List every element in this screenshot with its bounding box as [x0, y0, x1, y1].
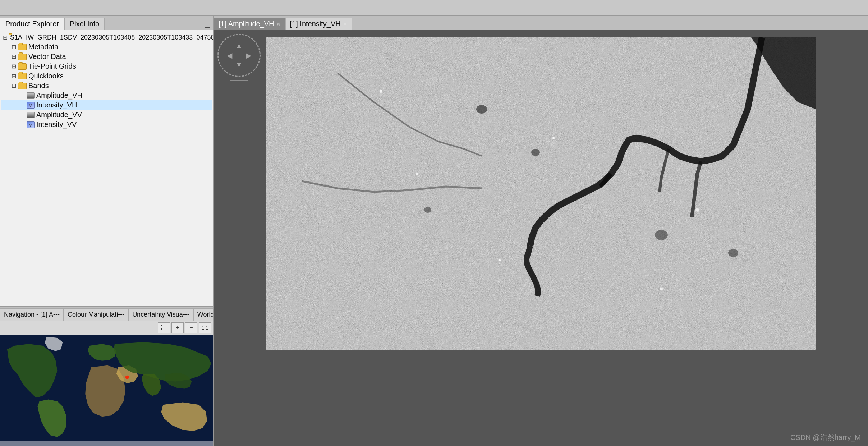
product-tree: ⊟ S1A_IW_GRDH_1SDV_20230305T103408_20230… — [0, 30, 213, 306]
viewer-tab-amp-vh-close[interactable]: ✕ — [276, 21, 281, 27]
svg-point-18 — [391, 109, 392, 110]
nav-tab-navigation-label: Navigation - [1] A--- — [4, 311, 60, 318]
pixel-info-label: Pixel Info — [70, 20, 99, 28]
sar-image-svg — [266, 37, 816, 350]
tree-label-quicklooks: Quicklooks — [28, 72, 64, 80]
nav-tab-uncertainty[interactable]: Uncertainty Visua--- — [128, 308, 193, 321]
svg-point-32 — [697, 296, 698, 297]
svg-point-19 — [445, 84, 446, 85]
crosshair-horizontal — [230, 80, 248, 81]
map-fit-btn[interactable]: ⛶ — [158, 322, 170, 333]
viewer-tab-amp-vh-label: [1] Amplitude_VH — [219, 20, 274, 28]
viewer-tab-int-vh-label: [1] Intensity_VH — [290, 20, 341, 28]
viewer-tab-intensity-vh[interactable]: [1] Intensity_VH ✕ — [285, 18, 352, 30]
tree-item-intensity-vv[interactable]: V Intensity_VV — [1, 120, 212, 129]
nav-tab-colour[interactable]: Colour Manipulati--- — [64, 308, 128, 321]
tree-item-amplitude-vh[interactable]: Amplitude_VH — [1, 91, 212, 100]
right-panel: [1] Amplitude_VH ✕ [1] Intensity_VH ✕ ▲ … — [214, 16, 868, 446]
tree-toggle-metadata[interactable]: ⊞ — [12, 43, 18, 50]
tree-toggle-vector[interactable]: ⊞ — [12, 53, 18, 60]
tree-label-intensity-vv: Intensity_VV — [36, 120, 77, 129]
band-icon-amplitude-vh — [27, 92, 35, 99]
folder-icon-vector — [18, 54, 27, 60]
compass-ne — [244, 41, 253, 51]
svg-point-16 — [301, 73, 303, 74]
svg-point-26 — [643, 180, 644, 182]
svg-point-21 — [589, 94, 590, 96]
tree-item-metadata[interactable]: ⊞ Metadata — [1, 42, 212, 52]
tree-toggle-tiepoint[interactable]: ⊞ — [12, 63, 18, 70]
tree-item-amplitude-vv[interactable]: Amplitude_VV — [1, 110, 212, 120]
svg-point-13 — [499, 259, 501, 261]
folder-icon-bands — [18, 83, 27, 89]
compass-sw — [225, 60, 234, 70]
tree-toggle-bands[interactable]: ⊟ — [12, 82, 18, 89]
tree-toggle-quicklooks[interactable]: ⊞ — [12, 73, 18, 79]
compass-crosshair-container — [217, 77, 261, 84]
nav-tab-world-view[interactable]: World View — [193, 308, 213, 321]
watermark: CSDN @浩然harry_M — [790, 433, 861, 442]
tree-toggle-root[interactable]: ⊟ — [3, 34, 8, 41]
tree-item-vector-data[interactable]: ⊞ Vector Data — [1, 52, 212, 61]
compass-arrows: ▲ ◀ + ▶ ▼ — [225, 41, 253, 70]
folder-icon-root — [8, 35, 8, 41]
worldmap-toolbar: ⛶ + − 1:1 — [0, 321, 213, 335]
svg-point-24 — [463, 198, 464, 200]
tree-label-vector: Vector Data — [28, 52, 66, 61]
tab-product-explorer[interactable]: Product Explorer — [0, 18, 64, 30]
svg-point-5 — [476, 105, 487, 114]
tree-label-amplitude-vv: Amplitude_VV — [36, 111, 82, 119]
tree-label-bands: Bands — [28, 82, 49, 90]
tree-root[interactable]: ⊟ S1A_IW_GRDH_1SDV_20230305T103408_20230… — [1, 33, 212, 42]
tree-item-quicklooks[interactable]: ⊞ Quicklooks — [1, 71, 212, 81]
compass-west[interactable]: ◀ — [225, 51, 234, 60]
svg-point-15 — [416, 173, 418, 175]
nav-tab-colour-label: Colour Manipulati--- — [68, 311, 124, 318]
svg-point-20 — [517, 101, 518, 103]
compass-nw — [225, 41, 234, 51]
compass-circle: ▲ ◀ + ▶ ▼ — [217, 34, 261, 77]
svg-rect-2 — [266, 37, 816, 350]
nav-tab-navigation[interactable]: Navigation - [1] A--- — [0, 308, 64, 321]
navigation-compass: ▲ ◀ + ▶ ▼ — [217, 34, 261, 81]
svg-point-11 — [552, 137, 555, 139]
map-zoom-out-btn[interactable]: − — [185, 322, 197, 333]
compass-center[interactable]: + — [234, 51, 244, 60]
svg-point-27 — [732, 198, 734, 200]
tree-label-intensity-vh: Intensity_VH — [36, 101, 77, 109]
left-panel-minimize[interactable]: — — [201, 24, 213, 30]
compass-east[interactable]: ▶ — [244, 51, 253, 60]
nav-tab-uncertainty-label: Uncertainty Visua--- — [132, 311, 189, 318]
band-icon-amplitude-vv — [27, 112, 35, 118]
image-viewer-area: ▲ ◀ + ▶ ▼ — [214, 30, 868, 446]
compass-north[interactable]: ▲ — [234, 41, 244, 51]
svg-point-33 — [768, 324, 770, 326]
svg-point-9 — [424, 207, 431, 213]
svg-point-25 — [553, 217, 554, 218]
world-map-svg — [0, 335, 213, 446]
product-explorer-label: Product Explorer — [5, 20, 59, 28]
tree-item-intensity-vh[interactable]: V Intensity_VH — [1, 100, 212, 110]
svg-point-1 — [125, 376, 129, 379]
compass-se — [244, 60, 253, 70]
left-top-tabs: Product Explorer Pixel Info — — [0, 16, 213, 30]
map-zoom-in-btn[interactable]: + — [171, 322, 184, 333]
main-layout: Product Explorer Pixel Info — ⊟ S1A_IW_G… — [0, 16, 868, 446]
svg-point-6 — [531, 149, 540, 156]
viewer-tab-int-vh-close[interactable]: ✕ — [343, 21, 347, 27]
svg-point-22 — [661, 109, 662, 110]
tree-label-amplitude-vh: Amplitude_VH — [36, 91, 82, 100]
tree-item-bands[interactable]: ⊟ Bands — [1, 81, 212, 91]
band-icon-intensity-vh: V — [27, 102, 35, 109]
svg-point-12 — [695, 208, 699, 212]
viewer-tab-amplitude-vh[interactable]: [1] Amplitude_VH ✕ — [214, 18, 285, 30]
compass-south[interactable]: ▼ — [234, 60, 244, 70]
svg-point-17 — [337, 91, 339, 92]
map-actual-btn[interactable]: 1:1 — [199, 322, 211, 333]
svg-point-14 — [660, 288, 663, 290]
nav-tabs: Navigation - [1] A--- Colour Manipulati-… — [0, 307, 213, 321]
tree-root-label: S1A_IW_GRDH_1SDV_20230305T103408_2023030… — [10, 34, 213, 41]
tab-pixel-info[interactable]: Pixel Info — [64, 18, 105, 30]
tree-item-tiepoint[interactable]: ⊞ Tie-Point Grids — [1, 61, 212, 71]
tree-label-tiepoint: Tie-Point Grids — [28, 62, 76, 70]
